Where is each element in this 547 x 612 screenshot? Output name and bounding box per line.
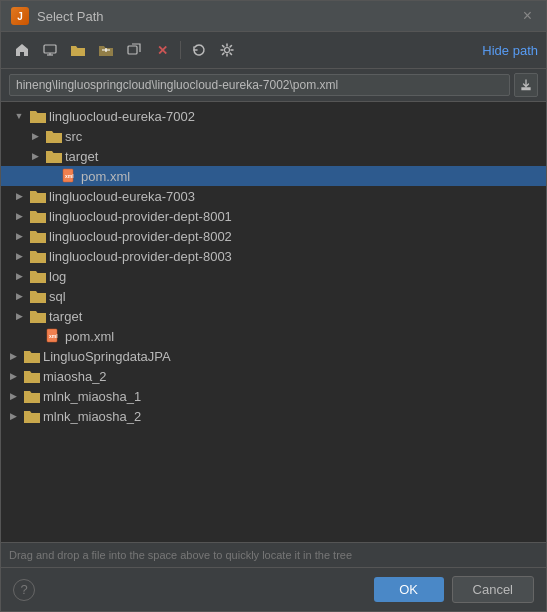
folder-icon-mlnk-miaosha2 <box>24 408 40 424</box>
expand-arrow-mlnk-miaosha2[interactable] <box>5 408 21 424</box>
expand-arrow-provider8002[interactable] <box>11 228 27 244</box>
expand-arrow-log[interactable] <box>11 268 27 284</box>
expand-arrow-target2[interactable] <box>11 308 27 324</box>
expand-arrow-sql[interactable] <box>11 288 27 304</box>
dialog-title: Select Path <box>37 9 511 24</box>
tree-label-sql: sql <box>49 289 66 304</box>
download-button[interactable] <box>514 73 538 97</box>
delete-button[interactable]: ✕ <box>149 38 175 62</box>
folder-icon-miaosha2 <box>24 368 40 384</box>
folder-icon-eureka7003 <box>30 188 46 204</box>
folder-icon-target2 <box>30 308 46 324</box>
tree-item-miaosha2[interactable]: miaosha_2 <box>1 366 546 386</box>
hide-path-link[interactable]: Hide path <box>482 43 538 58</box>
tree-item-eureka7003[interactable]: lingluocloud-eureka-7003 <box>1 186 546 206</box>
footer: ? OK Cancel <box>1 567 546 611</box>
tree-label-mlnk-miaosha2: mlnk_miaosha_2 <box>43 409 141 424</box>
folder-icon-log <box>30 268 46 284</box>
folder-icon-mlnk-miaosha1 <box>24 388 40 404</box>
expand-arrow-provider8003[interactable] <box>11 248 27 264</box>
tree-label-mlnk-miaosha1: mlnk_miaosha_1 <box>43 389 141 404</box>
tree-label-pomxml2: pom.xml <box>65 329 114 344</box>
path-bar <box>1 69 546 102</box>
pom-icon-2: xml <box>46 328 62 344</box>
tree-label-log: log <box>49 269 66 284</box>
help-button[interactable]: ? <box>13 579 35 601</box>
tree-item-target[interactable]: target <box>1 146 546 166</box>
folder2-button[interactable] <box>93 38 119 62</box>
expand-arrow-provider8001[interactable] <box>11 208 27 224</box>
ok-button[interactable]: OK <box>374 577 444 602</box>
tree-label-target2: target <box>49 309 82 324</box>
pom-icon-1: xml <box>62 168 78 184</box>
tree-label-provider8001: lingluocloud-provider-dept-8001 <box>49 209 232 224</box>
svg-text:xml: xml <box>65 173 74 179</box>
tree-item-mlnk-miaosha2[interactable]: mlnk_miaosha_2 <box>1 406 546 426</box>
svg-rect-0 <box>44 45 56 53</box>
tree-label-pomxml1: pom.xml <box>81 169 130 184</box>
tree-label-src: src <box>65 129 82 144</box>
tree-item-target2[interactable]: target <box>1 306 546 326</box>
tree-item-sql[interactable]: sql <box>1 286 546 306</box>
tree-item-mlnk-miaosha1[interactable]: mlnk_miaosha_1 <box>1 386 546 406</box>
expand-arrow-miaosha2[interactable] <box>5 368 21 384</box>
expand-arrow-eureka7002[interactable] <box>11 108 27 124</box>
tree-label-provider8002: lingluocloud-provider-dept-8002 <box>49 229 232 244</box>
tree-item-src[interactable]: src <box>1 126 546 146</box>
computer-button[interactable] <box>37 38 63 62</box>
title-bar: J Select Path × <box>1 1 546 32</box>
tree-label-target: target <box>65 149 98 164</box>
open-button[interactable] <box>121 38 147 62</box>
tree-label-springdatajpa: LingluoSpringdataJPA <box>43 349 171 364</box>
tree-item-log[interactable]: log <box>1 266 546 286</box>
tree-item-pomxml1[interactable]: xml pom.xml <box>1 166 546 186</box>
svg-rect-3 <box>128 46 137 54</box>
toolbar-separator <box>180 41 181 59</box>
select-path-dialog: J Select Path × <box>0 0 547 612</box>
refresh-button[interactable] <box>186 38 212 62</box>
folder-icon-provider8002 <box>30 228 46 244</box>
file-tree: lingluocloud-eureka-7002 src target <box>1 102 546 542</box>
drag-hint-text: Drag and drop a file into the space abov… <box>9 549 352 561</box>
tree-item-springdatajpa[interactable]: LingluoSpringdataJPA <box>1 346 546 366</box>
tree-label-eureka7002: lingluocloud-eureka-7002 <box>49 109 195 124</box>
tree-item-provider8001[interactable]: lingluocloud-provider-dept-8001 <box>1 206 546 226</box>
folder-icon-springdatajpa <box>24 348 40 364</box>
tree-label-provider8003: lingluocloud-provider-dept-8003 <box>49 249 232 264</box>
expand-arrow-springdatajpa[interactable] <box>5 348 21 364</box>
folder-button[interactable] <box>65 38 91 62</box>
folder-icon-sql <box>30 288 46 304</box>
folder-icon-eureka7002 <box>30 108 46 124</box>
drag-hint: Drag and drop a file into the space abov… <box>1 542 546 567</box>
folder-icon-provider8003 <box>30 248 46 264</box>
tree-label-miaosha2: miaosha_2 <box>43 369 107 384</box>
tree-item-provider8003[interactable]: lingluocloud-provider-dept-8003 <box>1 246 546 266</box>
path-input[interactable] <box>9 74 510 96</box>
expand-arrow-src[interactable] <box>27 128 43 144</box>
expand-arrow-target[interactable] <box>27 148 43 164</box>
tree-label-eureka7003: lingluocloud-eureka-7003 <box>49 189 195 204</box>
tree-item-pomxml2[interactable]: xml pom.xml <box>1 326 546 346</box>
tree-item-provider8002[interactable]: lingluocloud-provider-dept-8002 <box>1 226 546 246</box>
cancel-button[interactable]: Cancel <box>452 576 534 603</box>
tree-item-eureka7002[interactable]: lingluocloud-eureka-7002 <box>1 106 546 126</box>
home-button[interactable] <box>9 38 35 62</box>
expand-arrow-mlnk-miaosha1[interactable] <box>5 388 21 404</box>
svg-text:xml: xml <box>49 333 58 339</box>
folder-icon-provider8001 <box>30 208 46 224</box>
folder-icon-src <box>46 128 62 144</box>
close-button[interactable]: × <box>519 7 536 25</box>
toolbar: ✕ Hide path <box>1 32 546 69</box>
folder-icon-target <box>46 148 62 164</box>
app-icon: J <box>11 7 29 25</box>
expand-arrow-eureka7003[interactable] <box>11 188 27 204</box>
settings-button[interactable] <box>214 38 240 62</box>
